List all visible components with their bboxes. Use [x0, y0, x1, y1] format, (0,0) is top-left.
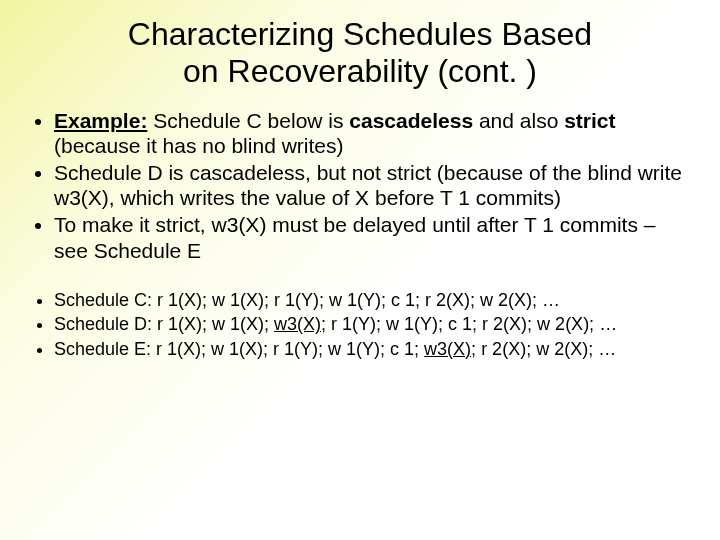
- bullet-1-bold-cascadeless: cascadeless: [349, 109, 473, 132]
- bullet-1-text-b: and also: [473, 109, 564, 132]
- bullet-1-bold-strict: strict: [564, 109, 615, 132]
- schedule-d-pre: Schedule D: r 1(X); w 1(X);: [54, 314, 274, 334]
- schedule-e: Schedule E: r 1(X); w 1(X); r 1(Y); w 1(…: [54, 338, 692, 361]
- title-line-1: Characterizing Schedules Based: [128, 16, 592, 52]
- bullet-3: To make it strict, w3(X) must be delayed…: [54, 212, 692, 262]
- bullet-1-text-c: (because it has no blind writes): [54, 134, 343, 157]
- title-line-2: on Recoverability (cont. ): [183, 53, 537, 89]
- schedule-c: Schedule C: r 1(X); w 1(X); r 1(Y); w 1(…: [54, 289, 692, 312]
- slide: Characterizing Schedules Based on Recove…: [0, 0, 720, 540]
- schedule-e-underline: w3(X);: [424, 339, 476, 359]
- schedule-d-underline: w3(X);: [274, 314, 326, 334]
- slide-title: Characterizing Schedules Based on Recove…: [68, 16, 652, 90]
- bullet-1: Example: Schedule C below is cascadeless…: [54, 108, 692, 158]
- schedule-e-pre: Schedule E: r 1(X); w 1(X); r 1(Y); w 1(…: [54, 339, 424, 359]
- bullet-2: Schedule D is cascadeless, but not stric…: [54, 160, 692, 210]
- schedule-d: Schedule D: r 1(X); w 1(X); w3(X); r 1(Y…: [54, 313, 692, 336]
- bullet-1-example-label: Example:: [54, 109, 147, 132]
- schedule-e-post: r 2(X); w 2(X); …: [476, 339, 616, 359]
- schedule-d-post: r 1(Y); w 1(Y); c 1; r 2(X); w 2(X); …: [326, 314, 617, 334]
- bullet-1-text-a: Schedule C below is: [147, 109, 349, 132]
- schedule-bullets: Schedule C: r 1(X); w 1(X); r 1(Y); w 1(…: [28, 289, 692, 361]
- main-bullets: Example: Schedule C below is cascadeless…: [28, 108, 692, 263]
